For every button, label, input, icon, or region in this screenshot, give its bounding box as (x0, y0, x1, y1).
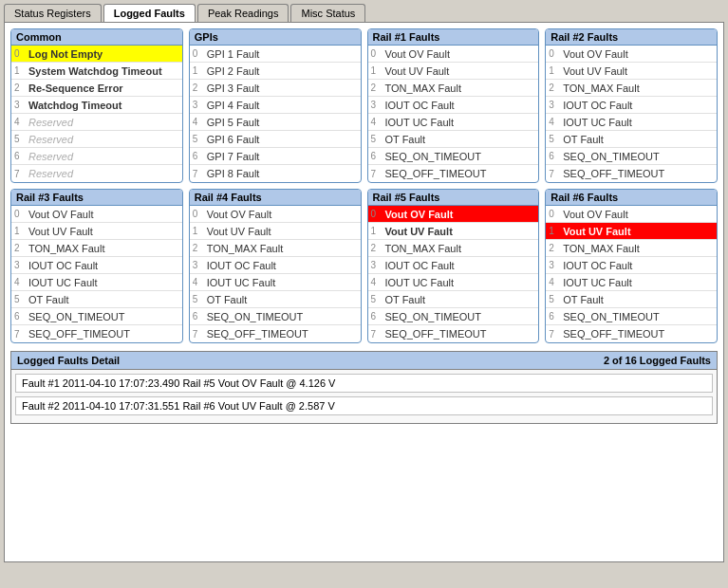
fault-num: 3 (549, 100, 560, 110)
fault-row: 6SEQ_ON_TIMEOUT (190, 308, 361, 325)
fault-num: 6 (549, 311, 560, 322)
fault-row: 1Vout UV Fault (368, 63, 539, 80)
fault-row: 6SEQ_ON_TIMEOUT (368, 148, 539, 165)
logged-faults-header: Logged Faults Detail 2 of 16 Logged Faul… (11, 352, 717, 370)
fault-panel-rail1: Rail #1 Faults0Vout OV Fault1Vout UV Fau… (367, 28, 540, 183)
fault-row: 0Vout OV Fault (368, 206, 539, 223)
fault-num: 5 (193, 134, 204, 144)
fault-label: SEQ_ON_TIMEOUT (207, 311, 303, 322)
fault-label: Vout UV Fault (385, 226, 453, 237)
fault-row: 0Vout OV Fault (11, 206, 182, 223)
fault-row: 5Reserved (11, 131, 182, 148)
fault-num: 7 (371, 169, 383, 179)
fault-num: 1 (193, 226, 204, 236)
fault-row: 0Vout OV Fault (190, 206, 361, 223)
fault-panel-title-rail5: Rail #5 Faults (368, 190, 539, 206)
fault-label: SEQ_OFF_TIMEOUT (563, 328, 664, 340)
fault-num: 4 (549, 277, 560, 287)
fault-row: 6SEQ_ON_TIMEOUT (546, 308, 717, 325)
fault-label: GPI 7 Fault (207, 151, 260, 162)
fault-label: Vout OV Fault (385, 209, 454, 220)
fault-row: 1Vout UV Fault (546, 223, 717, 240)
fault-label: System Watchdog Timeout (28, 65, 162, 77)
fault-row: 7SEQ_OFF_TIMEOUT (368, 165, 539, 182)
fault-row: 2TON_MAX Fault (190, 240, 361, 257)
fault-row: 5OT Fault (368, 131, 539, 148)
fault-num: 0 (371, 48, 383, 59)
fault-label: SEQ_ON_TIMEOUT (28, 311, 124, 322)
fault-row: 7SEQ_OFF_TIMEOUT (190, 325, 361, 342)
fault-row: 0GPI 1 Fault (190, 46, 361, 63)
fault-row: 5OT Fault (546, 131, 717, 148)
fault-num: 0 (14, 48, 26, 59)
fault-num: 4 (371, 277, 383, 287)
fault-label: GPI 5 Fault (207, 117, 260, 128)
fault-num: 7 (371, 329, 383, 340)
fault-label: IOUT UC Fault (385, 117, 455, 128)
fault-label: OT Fault (563, 134, 604, 145)
fault-panel-title-rail1: Rail #1 Faults (368, 29, 539, 46)
fault-num: 2 (549, 243, 560, 253)
fault-label: IOUT OC Fault (207, 260, 276, 271)
fault-label: Reserved (28, 151, 73, 162)
fault-num: 2 (549, 83, 560, 93)
fault-row: 1System Watchdog Timeout (11, 63, 182, 80)
fault-label: TON_MAX Fault (28, 243, 105, 254)
fault-num: 4 (14, 277, 26, 287)
fault-num: 5 (14, 294, 26, 304)
fault-panel-rail6: Rail #6 Faults0Vout OV Fault1Vout UV Fau… (545, 189, 718, 343)
fault-row: 0Vout OV Fault (546, 206, 717, 223)
fault-row: 4GPI 5 Fault (190, 114, 361, 131)
fault-num: 1 (14, 65, 26, 76)
fault-label: IOUT OC Fault (28, 260, 98, 271)
fault-row: 4IOUT UC Fault (11, 274, 182, 291)
fault-row: 4IOUT UC Fault (368, 274, 539, 291)
fault-row: 2GPI 3 Fault (190, 80, 361, 97)
fault-label: GPI 4 Fault (207, 100, 260, 111)
fault-row: 7SEQ_OFF_TIMEOUT (368, 325, 539, 342)
fault-num: 3 (14, 100, 26, 110)
fault-label: GPI 8 Fault (207, 168, 260, 179)
fault-panel-gpis: GPIs0GPI 1 Fault1GPI 2 Fault2GPI 3 Fault… (189, 28, 362, 183)
fault-num: 1 (14, 226, 26, 236)
tab-misc-status[interactable]: Misc Status (290, 4, 365, 22)
fault-label: OT Fault (385, 134, 426, 145)
fault-num: 7 (14, 329, 26, 340)
tab-status-registers[interactable]: Status Registers (4, 4, 102, 22)
fault-row: 6SEQ_ON_TIMEOUT (546, 148, 717, 165)
fault-label: IOUT OC Fault (385, 100, 455, 111)
fault-num: 6 (14, 311, 26, 322)
fault-label: TON_MAX Fault (563, 243, 640, 254)
fault-row: 5OT Fault (190, 291, 361, 308)
fault-row: 4IOUT UC Fault (546, 274, 717, 291)
fault-label: OT Fault (207, 294, 248, 305)
fault-row: 5GPI 6 Fault (190, 131, 361, 148)
fault-row: 2Re-Sequence Error (11, 80, 182, 97)
fault-label: TON_MAX Fault (207, 243, 284, 254)
fault-label: TON_MAX Fault (385, 83, 462, 94)
fault-row: 3GPI 4 Fault (190, 97, 361, 114)
fault-num: 1 (371, 65, 383, 76)
fault-row: 1Vout UV Fault (11, 223, 182, 240)
tab-logged-faults[interactable]: Logged Faults (103, 4, 196, 22)
fault-panel-rail5: Rail #5 Faults0Vout OV Fault1Vout UV Fau… (367, 189, 540, 343)
fault-num: 7 (14, 169, 26, 179)
fault-num: 7 (193, 169, 204, 179)
fault-label: TON_MAX Fault (563, 83, 640, 94)
fault-row: 2TON_MAX Fault (546, 80, 717, 97)
fault-label: SEQ_ON_TIMEOUT (385, 151, 481, 162)
fault-row: 4IOUT UC Fault (546, 114, 717, 131)
fault-label: Vout OV Fault (563, 48, 627, 60)
fault-panel-title-rail6: Rail #6 Faults (546, 190, 717, 206)
fault-label: SEQ_OFF_TIMEOUT (207, 328, 308, 340)
fault-row: 3IOUT OC Fault (11, 257, 182, 274)
fault-num: 6 (371, 311, 383, 322)
tab-peak-readings[interactable]: Peak Readings (197, 4, 289, 22)
fault-label: SEQ_OFF_TIMEOUT (563, 168, 664, 179)
fault-label: Vout UV Fault (563, 65, 627, 77)
fault-num: 6 (193, 151, 204, 161)
fault-label: IOUT UC Fault (563, 117, 632, 128)
fault-label: GPI 6 Fault (207, 134, 260, 145)
fault-num: 3 (371, 260, 383, 270)
fault-num: 6 (549, 151, 560, 161)
